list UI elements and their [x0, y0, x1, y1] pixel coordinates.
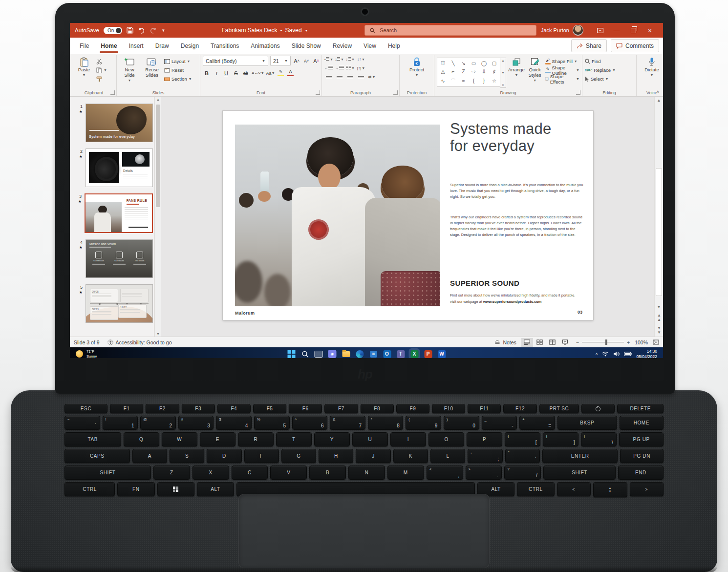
clock[interactable]: 14:30 05/04/2022 — [636, 349, 657, 358]
key-f10[interactable]: F10 — [432, 404, 465, 413]
align-left-icon[interactable] — [324, 73, 333, 81]
select-button[interactable]: Select▼ — [585, 75, 616, 83]
key-prt-sc[interactable]: PRT SC — [539, 404, 579, 413]
zoom-out-button[interactable]: − — [576, 339, 579, 345]
paragraph-dialog-launcher[interactable] — [393, 90, 398, 95]
key-0[interactable]: )0 — [444, 416, 479, 430]
key-v[interactable]: V — [270, 466, 307, 480]
key-f7[interactable]: F7 — [324, 404, 358, 413]
text-direction-icon[interactable]: ↓↑▼ — [357, 56, 365, 63]
weather-widget[interactable]: 71°F Sunny — [70, 349, 97, 358]
key-x[interactable]: X — [193, 466, 229, 480]
replace-button[interactable]: b⇄c Replace▼ — [585, 66, 616, 74]
key-a[interactable]: A — [132, 449, 167, 463]
key-shift[interactable]: SHIFT — [64, 466, 151, 480]
drawing-dialog-launcher[interactable] — [576, 90, 580, 95]
clear-formatting-icon[interactable]: A◊ — [312, 57, 320, 65]
font-color-button[interactable]: A — [287, 69, 295, 77]
tab-insert[interactable]: Insert — [123, 38, 150, 54]
align-right-icon[interactable] — [346, 73, 355, 81]
new-slide-button[interactable]: New Slide ▼ — [119, 56, 140, 82]
font-size-combo[interactable]: 21▼ — [270, 56, 291, 66]
file-explorer-icon[interactable] — [342, 350, 350, 358]
touchpad[interactable] — [238, 494, 490, 568]
teams-icon[interactable]: T — [397, 350, 405, 358]
tab-view[interactable]: View — [358, 38, 382, 54]
key-updown[interactable]: ▲▼ — [593, 482, 627, 497]
restore-button[interactable] — [625, 23, 642, 38]
slideshow-view-button[interactable] — [559, 338, 571, 347]
line-spacing-icon[interactable]: ↕▼ — [346, 56, 355, 63]
key-f6[interactable]: F6 — [289, 404, 322, 413]
key--[interactable]: _- — [482, 416, 517, 430]
justify-icon[interactable] — [357, 73, 365, 81]
outlook-icon[interactable]: O — [383, 350, 391, 358]
numbering-icon[interactable]: 1▼ — [335, 56, 344, 63]
key-d[interactable]: D — [207, 449, 241, 463]
key-r[interactable]: R — [238, 432, 274, 446]
key-esc[interactable]: ESC — [64, 404, 107, 413]
key--[interactable]: <, — [427, 466, 463, 480]
key-alt[interactable]: ALT — [197, 482, 234, 496]
excel-icon[interactable]: X — [410, 350, 419, 358]
key-p[interactable]: P — [467, 432, 502, 446]
key-power[interactable] — [581, 404, 615, 413]
word-icon[interactable]: W — [438, 350, 446, 358]
key-h[interactable]: H — [319, 449, 353, 463]
comments-button[interactable]: Comments — [611, 39, 659, 52]
protect-button[interactable]: Protect ▼ — [407, 56, 427, 77]
collapse-ribbon-icon[interactable]: ˄ — [657, 89, 659, 94]
strikethrough-button[interactable]: S — [232, 69, 240, 77]
key--[interactable]: :; — [468, 449, 502, 463]
key-g[interactable]: G — [281, 449, 316, 463]
key-l[interactable]: L — [430, 449, 465, 463]
key-m[interactable]: M — [387, 466, 424, 480]
columns-icon[interactable]: ▼ — [346, 64, 355, 72]
bullets-icon[interactable]: •▼ — [324, 56, 333, 63]
shape-gallery-scroll[interactable]: ▲▼≡ — [500, 58, 506, 88]
powerpoint-icon[interactable]: P — [424, 350, 432, 358]
slide-editor[interactable]: Systems made for everyday Superior sound… — [223, 111, 593, 320]
task-view-icon[interactable] — [315, 350, 323, 358]
character-spacing-button[interactable]: A↔V▼ — [252, 69, 264, 77]
key-fn[interactable]: FN — [117, 482, 154, 496]
next-slide-button[interactable]: ▼▼ — [655, 326, 663, 335]
key-tab[interactable]: TAB — [64, 432, 121, 446]
autosave-toggle[interactable]: On — [104, 27, 122, 34]
arrange-button[interactable]: Arrange ▼ — [508, 56, 525, 77]
reuse-slides-button[interactable]: Reuse Slides — [142, 56, 162, 78]
tab-animations[interactable]: Animations — [245, 38, 285, 54]
key-arrow[interactable]: > — [630, 482, 664, 496]
normal-view-button[interactable] — [521, 338, 533, 347]
format-painter-icon[interactable] — [96, 75, 107, 83]
key-f[interactable]: F — [244, 449, 279, 463]
shape-effects-button[interactable]: ❏ Shape Effects▼ — [545, 75, 579, 83]
key-j[interactable]: J — [356, 449, 390, 463]
search-box[interactable] — [364, 25, 536, 36]
start-button[interactable] — [287, 350, 296, 358]
key-k[interactable]: K — [393, 449, 428, 463]
share-button[interactable]: Share — [571, 39, 607, 52]
key-4[interactable]: $4 — [216, 416, 252, 430]
key-6[interactable]: ^6 — [292, 416, 328, 430]
zoom-in-button[interactable]: + — [627, 339, 630, 345]
microsoft-store-icon[interactable]: ⊞ — [369, 350, 378, 358]
slide-thumbnail-2[interactable]: 2 ★ Details — [70, 148, 153, 187]
key-home[interactable]: HOME — [620, 416, 664, 430]
key-f3[interactable]: F3 — [182, 404, 215, 413]
copy-icon[interactable]: ▼ — [96, 66, 107, 74]
key-c[interactable]: C — [232, 466, 268, 480]
section-button[interactable]: Section▼ — [164, 75, 192, 83]
key-win[interactable] — [157, 482, 194, 496]
decrease-indent-icon[interactable]: ← — [324, 64, 333, 72]
underline-button[interactable]: U — [222, 69, 230, 77]
battery-icon[interactable] — [624, 352, 632, 356]
slide-thumbnail-4[interactable]: 4 ★ Mission and Vision Our Mission Our V… — [70, 239, 153, 278]
key-f12[interactable]: F12 — [503, 404, 536, 413]
key-t[interactable]: T — [276, 432, 312, 446]
slide-sorter-view-button[interactable] — [534, 338, 546, 347]
key-delete[interactable]: DELETE — [617, 404, 664, 413]
key-o[interactable]: O — [428, 432, 464, 446]
wifi-icon[interactable] — [602, 351, 609, 357]
zoom-slider[interactable] — [582, 342, 624, 342]
